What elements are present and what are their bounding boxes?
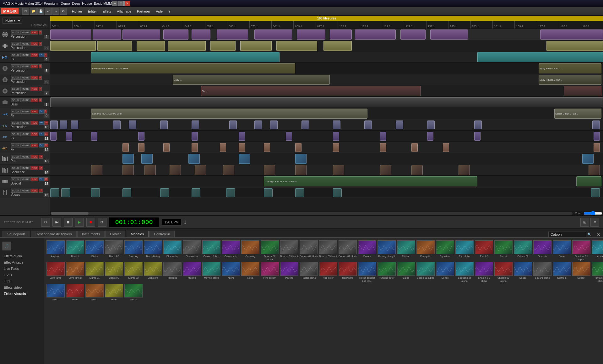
- media-item-pink-dream[interactable]: Pink dream: [261, 262, 279, 282]
- fxbtn-11[interactable]: FX·: [39, 132, 44, 136]
- fx-btn-5[interactable]: 5: [39, 64, 42, 68]
- media-item-gradient-01-alpha[interactable]: Gradient 01 alpha: [572, 240, 590, 261]
- media-item-equalizer[interactable]: Equalizer: [436, 240, 454, 261]
- clip-16-1[interactable]: [50, 188, 59, 197]
- clip-2-5[interactable]: [192, 29, 210, 40]
- media-item-eye-alpha[interactable]: Eye alpha: [455, 240, 474, 261]
- menu-effets[interactable]: Effets: [100, 8, 114, 14]
- clip-16-9[interactable]: [295, 188, 304, 197]
- media-item-space[interactable]: Space: [514, 262, 532, 282]
- tab-clavier[interactable]: Clavier: [105, 231, 125, 237]
- media-item-sunset[interactable]: Sunset: [572, 262, 590, 282]
- media-item-lava-tunnel[interactable]: Lava tunnel: [66, 262, 84, 282]
- media-item-clock-work[interactable]: Clock-work: [183, 240, 201, 261]
- clip-2-1[interactable]: [50, 29, 91, 40]
- clip-10-12[interactable]: [333, 120, 340, 129]
- clip-10-13[interactable]: [364, 120, 372, 129]
- clip-16-10[interactable]: [333, 188, 342, 197]
- num-btn-15[interactable]: 15: [44, 177, 49, 181]
- clip-11-4[interactable]: [138, 132, 144, 141]
- clip-14-3[interactable]: [144, 165, 156, 175]
- clip-10-7[interactable]: [192, 120, 199, 129]
- fxbtn-10[interactable]: FX·: [39, 121, 44, 125]
- clip-14-4[interactable]: [170, 165, 181, 175]
- menu-affichage[interactable]: Affichage: [114, 8, 134, 14]
- media-item-crossing[interactable]: Crossing: [241, 240, 259, 261]
- fxbtn-12[interactable]: FX·: [39, 143, 44, 147]
- tab-modeles[interactable]: Modèles: [126, 231, 149, 237]
- clip-3-7[interactable]: [276, 41, 317, 51]
- menu-fichier[interactable]: Fichier: [69, 8, 85, 14]
- media-item-sequencies-alpha[interactable]: Sequencies alpha: [455, 262, 474, 282]
- clip-16-2[interactable]: [61, 188, 70, 197]
- mute-btn-13[interactable]: MUTE: [20, 155, 30, 159]
- clip-14-11[interactable]: [411, 165, 423, 175]
- rec-btn-16[interactable]: REC: [30, 189, 38, 193]
- media-item-dancer-04-black[interactable]: Dancer 04 black: [300, 240, 318, 261]
- media-item-night[interactable]: Night: [222, 262, 240, 282]
- clip-16-7[interactable]: [226, 188, 235, 197]
- clip-10-9[interactable]: [254, 120, 262, 129]
- media-item-red-color[interactable]: Red color: [319, 262, 337, 282]
- rec-btn-15[interactable]: REC: [30, 177, 38, 181]
- clip-12-4[interactable]: [192, 143, 198, 152]
- media-item-blue-shining[interactable]: Blue shining: [144, 240, 162, 261]
- media-item-lava-lamp[interactable]: Lava lamp: [46, 262, 65, 282]
- clip-5-2[interactable]: Easy Hihats.8.HD...: [539, 63, 601, 73]
- clip-6-1[interactable]: Easy ...: [173, 75, 330, 85]
- clip-12-3[interactable]: [163, 143, 170, 152]
- clip-2-7[interactable]: [254, 29, 292, 40]
- fxbtn-15[interactable]: FX·: [39, 177, 44, 181]
- clip-14-6[interactable]: [223, 165, 234, 175]
- clip-14-9[interactable]: [333, 165, 344, 175]
- clips-area[interactable]: Easy Hihats.8.HDP 120.00 BPM Easy Hihats…: [50, 29, 603, 211]
- clip-14-1[interactable]: [91, 165, 102, 175]
- clip-3-9[interactable]: [546, 41, 603, 51]
- rec-btn-5[interactable]: REC: [30, 64, 38, 68]
- clip-3-6[interactable]: [240, 41, 272, 51]
- clip-10-15[interactable]: [427, 120, 435, 129]
- menu-editer[interactable]: Éditer: [85, 8, 100, 14]
- media-item-airplane[interactable]: Airplane: [46, 240, 65, 261]
- media-item-dream[interactable]: Dream: [358, 240, 376, 261]
- num-btn-4[interactable]: 4: [44, 53, 47, 57]
- search-icon[interactable]: 🔍: [587, 233, 592, 237]
- solo-btn-5[interactable]: SOLO: [11, 64, 20, 68]
- media-item-blobs-02[interactable]: Blobs 02: [105, 240, 123, 261]
- media-item-lights-01[interactable]: Lights 01: [85, 262, 104, 282]
- media-item-red-wave[interactable]: Red wave: [339, 262, 357, 282]
- clip-14-12[interactable]: [459, 165, 470, 175]
- num-btn-14[interactable]: 14: [39, 166, 43, 170]
- rec-btn-10[interactable]: REC: [30, 121, 38, 125]
- media-item-lights-02[interactable]: Lights 02: [105, 262, 123, 282]
- media-item-raster-alpha[interactable]: Raster alpha: [300, 262, 318, 282]
- media-item-machine[interactable]: Machine: [163, 262, 182, 282]
- media-item-fire-02[interactable]: Fire 02: [475, 240, 493, 261]
- media-item-forest[interactable]: Forest: [494, 240, 513, 261]
- solo-btn-3[interactable]: SOLO: [11, 42, 20, 46]
- mute-btn-8[interactable]: MUTE: [20, 98, 30, 102]
- media-item-glass[interactable]: Glass: [553, 240, 571, 261]
- clip-10-17[interactable]: [592, 120, 600, 129]
- media-item-tentacle-02-alpha[interactable]: Tentacle 02 alpha: [592, 262, 603, 282]
- clip-12-8[interactable]: [295, 143, 302, 152]
- rec-btn-14[interactable]: REC: [30, 166, 38, 170]
- clip-3-3[interactable]: [137, 41, 165, 51]
- tab-file-manager[interactable]: Gestionnaire de fichiers: [31, 231, 77, 237]
- clip-2-2[interactable]: [93, 29, 121, 40]
- solo-btn-9[interactable]: SOLO: [11, 110, 20, 114]
- rec-btn-9[interactable]: REC: [30, 110, 38, 114]
- clip-11-8[interactable]: [333, 132, 339, 141]
- undo-icon[interactable]: ↩: [45, 8, 52, 15]
- maximize-button[interactable]: □: [118, 1, 124, 6]
- mute-btn-2[interactable]: MUTE: [20, 30, 30, 35]
- prev-button[interactable]: ⏮: [52, 218, 61, 227]
- mute-btn-5[interactable]: MUTE: [20, 64, 30, 68]
- media-item-item3[interactable]: item3: [85, 284, 104, 301]
- num-btn-9[interactable]: 9: [44, 110, 47, 114]
- clip-10-6[interactable]: [160, 120, 168, 129]
- menu-partager[interactable]: Partager: [134, 8, 153, 14]
- clip-14-13[interactable]: [589, 165, 600, 175]
- mute-btn-15[interactable]: MUTE: [20, 177, 30, 181]
- clip-3-1[interactable]: [50, 41, 96, 51]
